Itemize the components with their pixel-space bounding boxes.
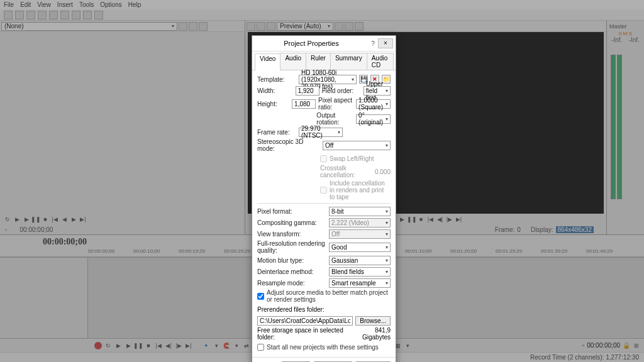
dialog-title: Project Properties <box>255 40 368 47</box>
include-cancel-label: Include cancellation in renders and prin… <box>330 180 391 200</box>
adjust-checkbox[interactable] <box>257 293 264 300</box>
par-label: Pixel aspect ratio: <box>318 97 353 111</box>
gamma-label: Compositing gamma: <box>257 219 326 226</box>
template-select[interactable]: HD 1080-60i (1920x1080, 29.970 fps) <box>299 75 357 84</box>
free-space-label: Free storage space in selected folder: <box>257 327 360 341</box>
rotation-select[interactable]: 0° (original) <box>356 114 391 124</box>
adjust-label: Adjust source media to better match proj… <box>267 289 391 303</box>
swap-label: Swap Left/Right <box>330 155 374 162</box>
help-icon[interactable]: ? <box>368 40 378 47</box>
free-space-value: 841,9 Gigabytes <box>362 327 391 341</box>
tab-video[interactable]: Video <box>255 53 280 70</box>
quality-label: Full-resolution rendering quality: <box>257 240 326 254</box>
swap-checkbox <box>320 155 327 162</box>
resample-select[interactable]: Smart resample <box>329 278 391 288</box>
stereo-select[interactable]: Off <box>323 141 391 150</box>
quality-select[interactable]: Good <box>329 243 391 252</box>
blur-select[interactable]: Gaussian <box>329 256 391 265</box>
prerender-path-field[interactable] <box>257 316 353 326</box>
par-select[interactable]: 1.0000 (Square) <box>356 99 391 109</box>
tab-summary[interactable]: Summary <box>330 53 367 70</box>
tab-audio[interactable]: Audio <box>280 53 306 70</box>
field-order-label: Field order: <box>322 87 361 94</box>
tab-ruler[interactable]: Ruler <box>306 53 331 70</box>
pixel-format-label: Pixel format: <box>257 208 326 215</box>
rotation-label: Output rotation: <box>316 112 353 126</box>
crosstalk-value: 0.000 <box>375 168 391 175</box>
template-label: Template: <box>257 76 296 83</box>
blur-label: Motion blur type: <box>257 257 326 264</box>
deint-select[interactable]: Blend fields <box>329 267 391 277</box>
include-cancel-checkbox <box>320 187 327 194</box>
field-order-select[interactable]: Upper field first <box>364 86 391 96</box>
height-field[interactable] <box>292 99 316 109</box>
resample-label: Resample mode: <box>257 280 326 287</box>
width-field[interactable] <box>296 86 319 96</box>
view-transform-select: Off <box>329 229 391 239</box>
width-label: Width: <box>257 87 293 94</box>
match-media-icon[interactable]: 📁 <box>382 75 391 84</box>
stereo-label: Stereoscopic 3D mode: <box>257 138 320 152</box>
gamma-select: 2.222 (Video) <box>329 218 391 228</box>
browse-button[interactable]: Browse... <box>355 316 391 326</box>
close-icon[interactable]: × <box>378 38 393 48</box>
deint-label: Deinterlace method: <box>257 268 326 275</box>
view-transform-label: View transform: <box>257 231 326 238</box>
tab-audio-cd[interactable]: Audio CD <box>367 53 394 70</box>
framerate-label: Frame rate: <box>257 129 296 136</box>
framerate-select[interactable]: 29.970 (NTSC) <box>299 128 343 137</box>
height-label: Height: <box>257 101 289 107</box>
dialog-tabs: Video Audio Ruler Summary Audio CD <box>252 52 396 70</box>
project-properties-dialog: Project Properties ? × Video Audio Ruler… <box>252 35 396 362</box>
pixel-format-select[interactable]: 8-bit <box>329 207 391 216</box>
start-all-label: Start all new projects with these settin… <box>267 344 379 351</box>
crosstalk-label: Crosstalk cancellation: <box>320 165 362 178</box>
prerender-label: Prerendered files folder: <box>257 306 325 313</box>
start-all-checkbox[interactable] <box>257 344 264 351</box>
